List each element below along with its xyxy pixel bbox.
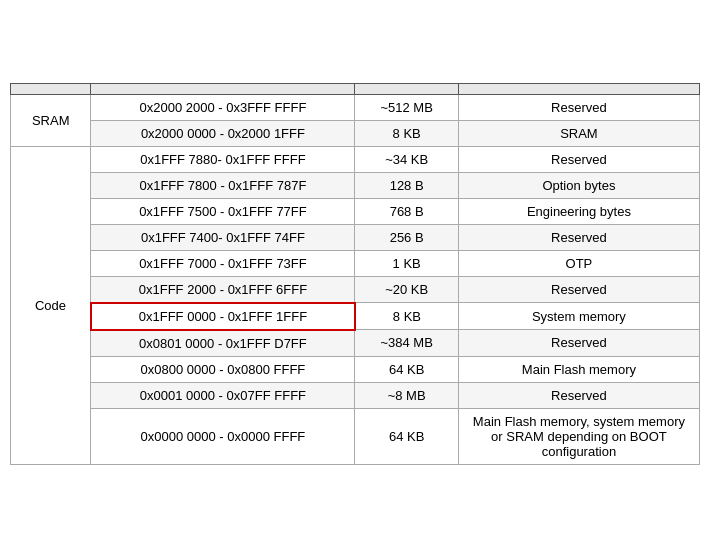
size-cell: ~8 MB (355, 382, 458, 408)
table-row: 0x2000 0000 - 0x2000 1FFF8 KBSRAM (11, 120, 700, 146)
memory-cell: Reserved (458, 276, 699, 303)
boundary-cell: 0x1FFF 7800 - 0x1FFF 787F (91, 172, 355, 198)
header-size (355, 83, 458, 94)
boundary-cell: 0x0001 0000 - 0x07FF FFFF (91, 382, 355, 408)
memory-map-table: SRAM0x2000 2000 - 0x3FFF FFFF~512 MBRese… (10, 83, 700, 465)
memory-cell: OTP (458, 250, 699, 276)
memory-cell: Reserved (458, 146, 699, 172)
header-type (11, 83, 91, 94)
size-cell: 128 B (355, 172, 458, 198)
boundary-cell: 0x1FFF 7500 - 0x1FFF 77FF (91, 198, 355, 224)
boundary-cell: 0x0800 0000 - 0x0800 FFFF (91, 356, 355, 382)
header-memory (458, 83, 699, 94)
header-boundary (91, 83, 355, 94)
size-cell: 256 B (355, 224, 458, 250)
memory-cell: Engineering bytes (458, 198, 699, 224)
memory-cell: Reserved (458, 224, 699, 250)
size-cell: 64 KB (355, 408, 458, 464)
memory-map-table-wrapper: SRAM0x2000 2000 - 0x3FFF FFFF~512 MBRese… (10, 83, 700, 465)
table-row: 0x1FFF 2000 - 0x1FFF 6FFF~20 KBReserved (11, 276, 700, 303)
memory-cell: System memory (458, 303, 699, 330)
size-cell: 1 KB (355, 250, 458, 276)
boundary-cell: 0x0000 0000 - 0x0000 FFFF (91, 408, 355, 464)
memory-cell: Reserved (458, 94, 699, 120)
table-row: 0x1FFF 7400- 0x1FFF 74FF256 BReserved (11, 224, 700, 250)
type-cell-code: Code (11, 146, 91, 464)
boundary-cell: 0x1FFF 2000 - 0x1FFF 6FFF (91, 276, 355, 303)
boundary-cell: 0x1FFF 0000 - 0x1FFF 1FFF (91, 303, 355, 330)
table-row: 0x0800 0000 - 0x0800 FFFF64 KBMain Flash… (11, 356, 700, 382)
table-row: 0x1FFF 7800 - 0x1FFF 787F128 BOption byt… (11, 172, 700, 198)
memory-cell: Main Flash memory, system memory or SRAM… (458, 408, 699, 464)
boundary-cell: 0x2000 0000 - 0x2000 1FFF (91, 120, 355, 146)
memory-cell: Main Flash memory (458, 356, 699, 382)
table-row: Code0x1FFF 7880- 0x1FFF FFFF~34 KBReserv… (11, 146, 700, 172)
table-row: 0x0801 0000 - 0x1FFF D7FF~384 MBReserved (11, 330, 700, 357)
boundary-cell: 0x1FFF 7880- 0x1FFF FFFF (91, 146, 355, 172)
table-row: 0x1FFF 0000 - 0x1FFF 1FFF8 KBSystem memo… (11, 303, 700, 330)
type-cell-sram: SRAM (11, 94, 91, 146)
memory-cell: Option bytes (458, 172, 699, 198)
table-row: 0x0001 0000 - 0x07FF FFFF~8 MBReserved (11, 382, 700, 408)
size-cell: ~384 MB (355, 330, 458, 357)
size-cell: 8 KB (355, 120, 458, 146)
size-cell: 768 B (355, 198, 458, 224)
table-row: 0x0000 0000 - 0x0000 FFFF64 KBMain Flash… (11, 408, 700, 464)
boundary-cell: 0x0801 0000 - 0x1FFF D7FF (91, 330, 355, 357)
table-row: SRAM0x2000 2000 - 0x3FFF FFFF~512 MBRese… (11, 94, 700, 120)
table-row: 0x1FFF 7000 - 0x1FFF 73FF1 KBOTP (11, 250, 700, 276)
size-cell: ~20 KB (355, 276, 458, 303)
boundary-cell: 0x2000 2000 - 0x3FFF FFFF (91, 94, 355, 120)
size-cell: 8 KB (355, 303, 458, 330)
memory-cell: SRAM (458, 120, 699, 146)
memory-cell: Reserved (458, 382, 699, 408)
size-cell: ~34 KB (355, 146, 458, 172)
table-row: 0x1FFF 7500 - 0x1FFF 77FF768 BEngineerin… (11, 198, 700, 224)
boundary-cell: 0x1FFF 7400- 0x1FFF 74FF (91, 224, 355, 250)
memory-cell: Reserved (458, 330, 699, 357)
size-cell: 64 KB (355, 356, 458, 382)
size-cell: ~512 MB (355, 94, 458, 120)
boundary-cell: 0x1FFF 7000 - 0x1FFF 73FF (91, 250, 355, 276)
